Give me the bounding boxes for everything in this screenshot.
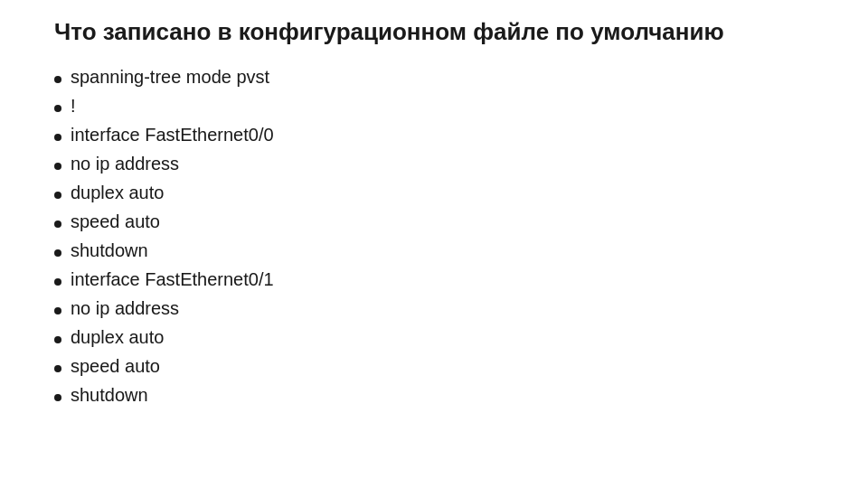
list-item: duplex auto [54, 323, 832, 352]
page-container: Что записано в конфигурационном файле по… [0, 0, 868, 488]
page-title: Что записано в конфигурационном файле по… [54, 18, 832, 46]
bullet-list: spanning-tree mode pvst!interface FastEt… [54, 62, 832, 409]
bullet-icon [54, 249, 61, 257]
list-item-text: no ip address [71, 149, 179, 178]
list-item: shutdown [54, 380, 832, 409]
bullet-icon [54, 336, 61, 343]
bullet-icon [54, 221, 61, 228]
bullet-icon [54, 394, 61, 401]
list-item-text: interface FastEthernet0/0 [71, 120, 274, 149]
list-item: interface FastEthernet0/1 [54, 265, 832, 294]
bullet-icon [54, 365, 61, 372]
bullet-icon [54, 307, 61, 314]
bullet-icon [54, 192, 61, 199]
list-item: no ip address [54, 294, 832, 323]
list-item-text: speed auto [71, 207, 160, 236]
bullet-icon [54, 76, 61, 83]
list-item: shutdown [54, 236, 832, 265]
bullet-icon [54, 278, 61, 286]
list-item-text: no ip address [71, 294, 179, 323]
list-item-text: interface FastEthernet0/1 [71, 265, 274, 294]
list-item-text: shutdown [71, 380, 148, 409]
bullet-icon [54, 105, 61, 112]
list-item-text: duplex auto [71, 178, 164, 207]
list-item: duplex auto [54, 178, 832, 207]
list-item: speed auto [54, 207, 832, 236]
bullet-icon [54, 163, 61, 170]
list-item: speed auto [54, 352, 832, 380]
list-item-text: duplex auto [71, 323, 164, 352]
bullet-icon [54, 134, 61, 141]
list-item-text: speed auto [71, 352, 160, 380]
list-item-text: spanning-tree mode pvst [71, 62, 269, 91]
list-item: spanning-tree mode pvst [54, 62, 832, 91]
list-item-text: shutdown [71, 236, 148, 265]
list-item-text: ! [71, 91, 76, 120]
list-item: interface FastEthernet0/0 [54, 120, 832, 149]
list-item: ! [54, 91, 832, 120]
list-item: no ip address [54, 149, 832, 178]
